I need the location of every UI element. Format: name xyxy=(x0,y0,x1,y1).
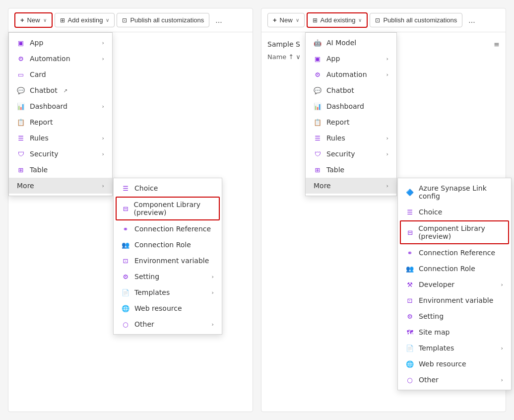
menu-item-security-label-right: Security xyxy=(326,150,355,158)
setting-arrow-left: › xyxy=(212,274,214,280)
menu-item-dashboard-right[interactable]: 📊 Dashboard xyxy=(306,98,396,114)
menu-item-more-label-left: More xyxy=(17,182,34,190)
plus-icon-right: + xyxy=(273,16,277,24)
sub-item-other-left[interactable]: ○ Other › xyxy=(114,316,222,332)
sub-item-connection-ref-label-right: Connection Reference xyxy=(419,249,495,257)
menu-item-chatbot-right[interactable]: 💬 Chatbot xyxy=(306,82,396,98)
add-existing-button-left[interactable]: ⊞ Add existing ∨ xyxy=(55,13,115,27)
sub-item-azure-synapse-right[interactable]: 🔷 Azure Synapse Link config xyxy=(398,180,511,204)
menu-item-card-label-left: Card xyxy=(30,70,46,78)
menu-item-rules-right[interactable]: ☰ Rules › xyxy=(306,130,396,146)
new-caret-icon: ∨ xyxy=(43,17,47,23)
menu-item-security-right[interactable]: 🛡 Security › xyxy=(306,146,396,162)
setting-icon-left: ⚙ xyxy=(122,273,129,280)
sub-item-connection-ref-right[interactable]: ⚭ Connection Reference xyxy=(398,245,511,261)
sub-item-env-var-left[interactable]: ⊡ Environment variable xyxy=(114,253,222,269)
env-var-icon-right: ⊡ xyxy=(406,296,414,304)
new-dropdown-left: ▣ App › ⚙ Automation › ▭ Card 💬 Chatbot … xyxy=(8,32,113,196)
templates-icon-right: 📄 xyxy=(406,344,414,352)
sub-item-setting-right[interactable]: ⚙ Setting xyxy=(398,308,511,324)
publish-icon-right: ⊡ xyxy=(375,17,380,24)
publish-button-left[interactable]: ⊡ Publish all customizations xyxy=(117,13,209,27)
sub-item-other-label-left: Other xyxy=(134,320,154,328)
report-icon-left: 📋 xyxy=(17,118,25,126)
menu-item-table-right[interactable]: ⊞ Table xyxy=(306,162,396,178)
templates-arrow-right: › xyxy=(501,345,503,351)
filter-icon[interactable]: ≡ xyxy=(494,40,500,48)
sub-item-setting-left[interactable]: ⚙ Setting › xyxy=(114,269,222,284)
sub-item-connection-role-left[interactable]: 👥 Connection Role xyxy=(114,237,222,253)
menu-item-chatbot-label-left: Chatbot xyxy=(30,86,58,94)
choice-icon-right: ☰ xyxy=(406,208,414,216)
menu-item-report-right[interactable]: 📋 Report xyxy=(306,114,396,130)
sample-text: Sample S xyxy=(267,40,300,48)
sub-item-other-right[interactable]: ○ Other › xyxy=(398,372,511,388)
sub-item-site-map-label-right: Site map xyxy=(419,328,450,336)
new-button-left[interactable]: + New ∨ xyxy=(14,12,53,28)
sub-item-web-resource-left[interactable]: 🌐 Web resource xyxy=(114,300,222,316)
add-existing-icon-left: ⊞ xyxy=(60,17,65,24)
sub-item-templates-label-right: Templates xyxy=(419,344,454,352)
menu-item-report-left[interactable]: 📋 Report xyxy=(9,114,112,130)
menu-item-rules-left[interactable]: ☰ Rules › xyxy=(9,130,112,146)
chatbot-icon-left: 💬 xyxy=(17,86,25,94)
sub-item-site-map-right[interactable]: 🗺 Site map xyxy=(398,324,511,340)
sub-item-web-resource-right[interactable]: 🌐 Web resource xyxy=(398,356,511,372)
sub-item-choice-right[interactable]: ☰ Choice xyxy=(398,204,511,220)
menu-item-automation-label-right: Automation xyxy=(326,70,367,78)
sub-item-templates-left[interactable]: 📄 Templates › xyxy=(114,284,222,300)
sub-item-choice-label-left: Choice xyxy=(134,184,158,192)
publish-label-right: Publish all customizations xyxy=(383,16,457,24)
other-arrow-left: › xyxy=(212,321,214,328)
automation-arrow-right: › xyxy=(386,71,388,78)
menu-item-dashboard-left[interactable]: 📊 Dashboard › xyxy=(9,98,112,114)
sort-toggle-icon[interactable]: ∨ xyxy=(296,53,301,61)
connection-ref-icon-right: ⚭ xyxy=(406,249,414,257)
app-arrow-right: › xyxy=(386,56,388,62)
sub-item-connection-role-right[interactable]: 👥 Connection Role xyxy=(398,261,511,277)
menu-item-ai-model-right[interactable]: 🤖 AI Model xyxy=(306,35,396,51)
sub-item-choice-left[interactable]: ☰ Choice xyxy=(114,180,222,196)
publish-button-right[interactable]: ⊡ Publish all customizations xyxy=(370,13,462,27)
sort-asc-icon[interactable]: ↑ xyxy=(288,53,294,61)
sub-item-component-library-left[interactable]: ⊟ Component Library (preview) xyxy=(116,197,220,220)
menu-item-security-left[interactable]: 🛡 Security › xyxy=(9,146,112,162)
sub-item-env-var-label-left: Environment variable xyxy=(134,257,209,265)
menu-item-app-right[interactable]: ▣ App › xyxy=(306,51,396,67)
menu-item-more-right[interactable]: More › 🔷 Azure Synapse Link config ☰ Cho… xyxy=(306,178,396,194)
sub-item-setting-label-right: Setting xyxy=(419,312,444,320)
more-icon-left: ... xyxy=(215,16,222,24)
sub-item-component-library-right[interactable]: ⊟ Component Library (preview) xyxy=(400,220,509,244)
app-icon-right: ▣ xyxy=(314,55,321,63)
menu-item-more-left[interactable]: More › ☰ Choice ⊟ Component Library (pre… xyxy=(9,178,112,194)
menu-item-automation-left[interactable]: ⚙ Automation › xyxy=(9,51,112,67)
menu-item-table-left[interactable]: ⊞ Table xyxy=(9,162,112,178)
menu-item-app-label-right: App xyxy=(326,55,340,63)
add-existing-icon-right: ⊞ xyxy=(313,17,318,24)
web-resource-icon-left: 🌐 xyxy=(122,304,129,312)
menu-item-automation-right[interactable]: ⚙ Automation › xyxy=(306,67,396,82)
new-button-right[interactable]: + New ∨ xyxy=(267,13,305,27)
more-button-left[interactable]: ... xyxy=(211,13,226,28)
more-button-right[interactable]: ... xyxy=(464,13,479,28)
sub-item-connection-ref-left[interactable]: ⚭ Connection Reference xyxy=(114,221,222,237)
menu-item-app-left[interactable]: ▣ App › xyxy=(9,35,112,51)
other-icon-right: ○ xyxy=(406,376,414,384)
add-existing-button-right[interactable]: ⊞ Add existing ∨ xyxy=(307,12,368,28)
sub-item-azure-synapse-label-right: Azure Synapse Link config xyxy=(419,184,503,200)
sub-item-web-resource-label-left: Web resource xyxy=(134,304,182,312)
add-existing-caret-right: ∨ xyxy=(358,17,362,23)
ai-model-icon-right: 🤖 xyxy=(314,39,321,47)
menu-item-card-left[interactable]: ▭ Card xyxy=(9,67,112,82)
sub-item-env-var-right[interactable]: ⊡ Environment variable xyxy=(398,292,511,308)
sub-item-web-resource-label-right: Web resource xyxy=(419,360,466,368)
sub-item-developer-right[interactable]: ⚒ Developer › xyxy=(398,277,511,292)
sub-item-connection-role-label-left: Connection Role xyxy=(134,241,191,249)
templates-arrow-left: › xyxy=(212,289,214,296)
site-map-icon-right: 🗺 xyxy=(406,328,414,336)
sub-item-templates-right[interactable]: 📄 Templates › xyxy=(398,340,511,356)
left-panel: + New ∨ ⊞ Add existing ∨ ⊡ Publish all c… xyxy=(8,8,253,412)
menu-item-rules-label-left: Rules xyxy=(30,134,49,142)
other-icon-left: ○ xyxy=(122,320,129,328)
menu-item-chatbot-left[interactable]: 💬 Chatbot ↗ xyxy=(9,82,112,98)
